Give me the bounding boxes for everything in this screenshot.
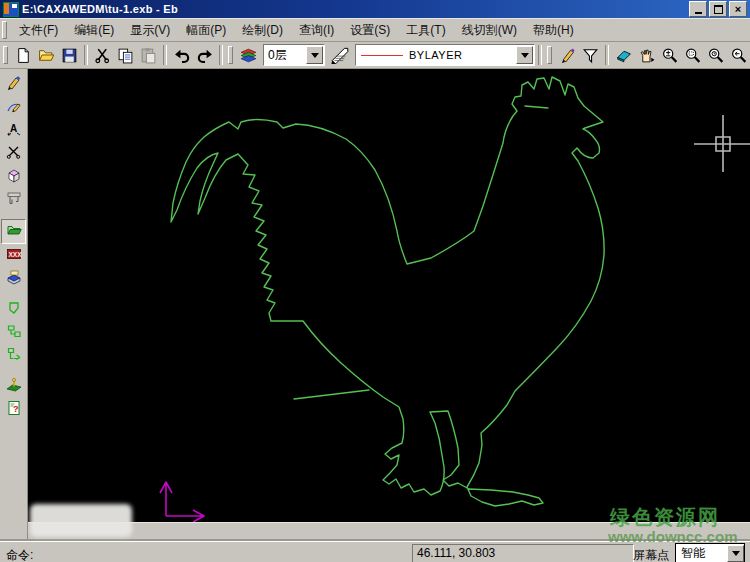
app-icon (3, 2, 19, 17)
scissors-x-icon (6, 144, 22, 164)
redo-arrow-icon (196, 47, 214, 64)
track-generate-button[interactable] (2, 298, 25, 321)
menu-tools[interactable]: 工具(T) (398, 20, 453, 41)
green-folder-icon (6, 222, 22, 242)
menu-settings[interactable]: 设置(S) (342, 20, 398, 41)
layer-combobox[interactable]: 0层 (263, 44, 325, 66)
code-button[interactable] (2, 267, 25, 290)
paste-button[interactable] (137, 44, 160, 67)
toolbar-separator (605, 45, 609, 65)
trim-button[interactable] (2, 142, 25, 165)
new-button[interactable] (12, 44, 35, 67)
linetype-preview (361, 55, 403, 56)
linetype-combobox[interactable]: BYLAYER (355, 44, 535, 66)
save-button[interactable] (58, 44, 81, 67)
open-folder-icon (38, 47, 55, 64)
measure-button[interactable] (2, 188, 25, 211)
caliper-icon (6, 190, 22, 210)
zoom-window-button[interactable] (681, 44, 704, 67)
toolbar-separator (84, 45, 88, 65)
menu-bar: 文件(F) 编辑(E) 显示(V) 幅面(P) 绘制(D) 查询(I) 设置(S… (0, 18, 750, 42)
toolbar-grip[interactable] (3, 46, 8, 64)
menu-draw[interactable]: 绘制(D) (234, 20, 291, 41)
eraser-redraw-icon (615, 47, 633, 64)
menu-wirecut[interactable]: 线切割(W) (454, 20, 525, 41)
toolbar-grip[interactable] (547, 46, 552, 64)
layers-button[interactable] (237, 44, 260, 67)
menu-grip[interactable] (2, 21, 7, 39)
crosshair-cursor (694, 115, 750, 172)
track-jump-button[interactable] (2, 321, 25, 344)
block-button[interactable] (2, 165, 25, 188)
close-button[interactable]: × (729, 1, 747, 17)
menu-sheet[interactable]: 幅面(P) (178, 20, 234, 41)
close-icon: × (735, 4, 741, 15)
layer-settings-button[interactable] (328, 44, 351, 67)
green-flow-arrow-icon (6, 346, 22, 366)
funnel-icon (582, 47, 599, 64)
zoom-previous-button[interactable] (727, 44, 750, 67)
menu-help[interactable]: 帮助(H) (525, 20, 582, 41)
command-prompt-label: 命令: (6, 547, 33, 562)
copy-button[interactable] (114, 44, 137, 67)
menu-query[interactable]: 查询(I) (291, 20, 342, 41)
track-merge-button[interactable] (2, 344, 25, 367)
caxa-wedm-window: E:\CAXAWEDM\tu-1.exb - Eb × 文件(F) 编辑(E) … (0, 0, 750, 562)
restore-button[interactable] (709, 1, 727, 17)
zoom-dynamic-button[interactable] (658, 44, 681, 67)
dimension-text-button[interactable]: A (2, 119, 25, 142)
draw-pen-button[interactable] (2, 73, 25, 96)
minimize-button[interactable] (689, 1, 707, 17)
curve-edit-button[interactable] (2, 96, 25, 119)
standard-toolbar: 0层 BYLAYER (0, 42, 750, 69)
snap-dropdown-button[interactable] (727, 545, 744, 562)
erased-watermark-smudge (30, 504, 132, 537)
cube-icon (6, 167, 22, 187)
help-doc-button[interactable]: ? (2, 398, 25, 421)
watermark-site-url: www.downcc.com (608, 528, 737, 545)
pen-icon (559, 47, 576, 64)
menu-file[interactable]: 文件(F) (11, 20, 66, 41)
drawing-canvas[interactable] (28, 69, 750, 522)
color-pen-button[interactable] (556, 44, 579, 67)
simulate-button[interactable]: XXX (2, 244, 25, 267)
magnifier-all-icon (707, 47, 725, 64)
redraw-button[interactable] (612, 44, 635, 67)
keyboard-book-icon (6, 269, 22, 289)
snap-mode-combobox[interactable]: 智能 (675, 543, 745, 562)
save-floppy-icon (61, 47, 78, 64)
origin-axis-marker (160, 482, 204, 522)
cut-button[interactable] (91, 44, 114, 67)
layers-stack-icon (239, 47, 258, 64)
green-contour-icon (6, 300, 22, 320)
snap-mode-value: 智能 (676, 545, 705, 562)
undo-button[interactable] (170, 44, 193, 67)
curve-pen-icon (6, 98, 22, 118)
machine-button[interactable] (2, 375, 25, 398)
magnifier-window-icon (684, 47, 702, 64)
board-pin-icon (6, 377, 22, 397)
pan-button[interactable] (635, 44, 658, 67)
toolbar-grip[interactable] (228, 46, 233, 64)
open-track-button[interactable] (1, 219, 26, 244)
linetype-value: BYLAYER (409, 49, 462, 61)
pen-icon (6, 75, 22, 95)
layer-dropdown-button[interactable] (306, 46, 323, 64)
filter-button[interactable] (579, 44, 602, 67)
window-title: E:\CAXAWEDM\tu-1.exb - Eb (22, 3, 689, 15)
menu-view[interactable]: 显示(V) (122, 20, 178, 41)
layer-value: 0层 (264, 47, 287, 64)
letter-a-arrows-icon: A (6, 121, 22, 141)
linetype-dropdown-button[interactable] (516, 46, 533, 64)
coordinates-display: 46.111, 30.803 (412, 544, 634, 562)
zoom-all-button[interactable] (704, 44, 727, 67)
menu-edit[interactable]: 编辑(E) (66, 20, 122, 41)
point-mode-label[interactable]: 屏幕点 (633, 547, 669, 562)
open-button[interactable] (35, 44, 58, 67)
chevron-down-icon (521, 53, 529, 62)
toolbar-separator (163, 45, 167, 65)
rooster-drawing (171, 77, 604, 506)
left-toolbar: A XXX (0, 69, 28, 541)
redo-button[interactable] (193, 44, 216, 67)
paste-icon (140, 47, 157, 64)
